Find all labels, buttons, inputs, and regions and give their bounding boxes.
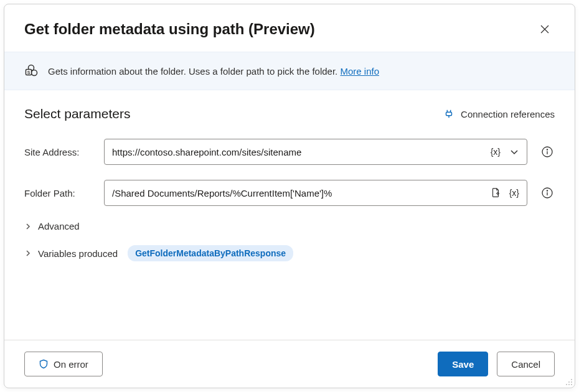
dialog-content: Select parameters Connection references … — [4, 90, 575, 340]
fx-token-button[interactable]: {x} — [488, 146, 503, 158]
dropdown-button[interactable] — [507, 144, 522, 159]
file-arrow-icon — [490, 187, 501, 198]
resize-grip-icon[interactable] — [564, 377, 573, 386]
file-picker-button[interactable] — [488, 185, 503, 200]
param-row-site-address: Site Address: {x} — [24, 139, 555, 165]
dialog-footer: On error Save Cancel — [4, 340, 575, 388]
dialog-title: Get folder metadata using path (Preview) — [24, 21, 315, 38]
advanced-expander[interactable]: Advanced — [24, 221, 555, 231]
dialog-header: Get folder metadata using path (Preview) — [4, 4, 575, 52]
folder-path-info-button[interactable] — [540, 185, 555, 200]
section-head: Select parameters Connection references — [24, 106, 555, 121]
banner-text: Gets information about the folder. Uses … — [48, 66, 379, 77]
svg-text:S: S — [27, 70, 31, 75]
cancel-button[interactable]: Cancel — [497, 352, 555, 376]
site-address-label: Site Address: — [24, 147, 92, 157]
variable-chip[interactable]: GetFolderMetadataByPathResponse — [128, 245, 293, 261]
chevron-right-icon — [24, 223, 32, 230]
variables-produced-label: Variables produced — [38, 248, 118, 259]
site-address-input[interactable] — [112, 147, 488, 157]
chevron-right-icon — [24, 250, 32, 257]
svg-point-11 — [571, 381, 572, 383]
param-row-folder-path: Folder Path: {x} — [24, 180, 555, 206]
on-error-label: On error — [54, 359, 88, 370]
site-address-info-button[interactable] — [540, 144, 555, 159]
svg-point-12 — [566, 384, 567, 385]
svg-point-1 — [32, 70, 37, 76]
svg-point-10 — [568, 381, 570, 383]
plug-icon — [443, 108, 454, 119]
save-label: Save — [452, 359, 474, 370]
advanced-label: Advanced — [38, 221, 80, 231]
info-icon — [541, 146, 553, 158]
svg-rect-4 — [446, 112, 452, 115]
info-banner: S Gets information about the folder. Use… — [4, 52, 575, 90]
svg-point-9 — [571, 379, 572, 380]
section-title: Select parameters — [24, 106, 130, 121]
folder-path-input-wrap[interactable]: {x} — [104, 180, 527, 206]
close-icon — [540, 24, 550, 34]
site-address-input-wrap[interactable]: {x} — [104, 139, 527, 165]
svg-point-13 — [568, 384, 570, 385]
connection-references-button[interactable]: Connection references — [443, 108, 555, 119]
footer-right: Save Cancel — [438, 352, 555, 376]
folder-path-label: Folder Path: — [24, 188, 92, 198]
chevron-down-icon — [509, 147, 519, 157]
svg-point-8 — [547, 190, 547, 191]
svg-point-14 — [571, 384, 572, 385]
on-error-button[interactable]: On error — [24, 352, 103, 376]
svg-point-6 — [547, 149, 547, 150]
more-info-link[interactable]: More info — [340, 66, 379, 77]
shield-icon — [39, 359, 49, 369]
sharepoint-icon: S — [24, 63, 39, 78]
banner-description: Gets information about the folder. Uses … — [48, 66, 340, 77]
fx-token-button[interactable]: {x} — [507, 187, 522, 199]
site-address-actions: {x} — [488, 144, 522, 159]
cancel-label: Cancel — [511, 359, 540, 370]
dialog: Get folder metadata using path (Preview)… — [4, 4, 575, 388]
close-button[interactable] — [535, 19, 555, 39]
info-icon — [541, 187, 553, 199]
folder-path-actions: {x} — [488, 185, 522, 200]
connection-references-label: Connection references — [461, 109, 555, 119]
save-button[interactable]: Save — [438, 352, 488, 376]
variables-expander[interactable]: Variables produced GetFolderMetadataByPa… — [24, 245, 555, 261]
folder-path-input[interactable] — [112, 188, 488, 198]
